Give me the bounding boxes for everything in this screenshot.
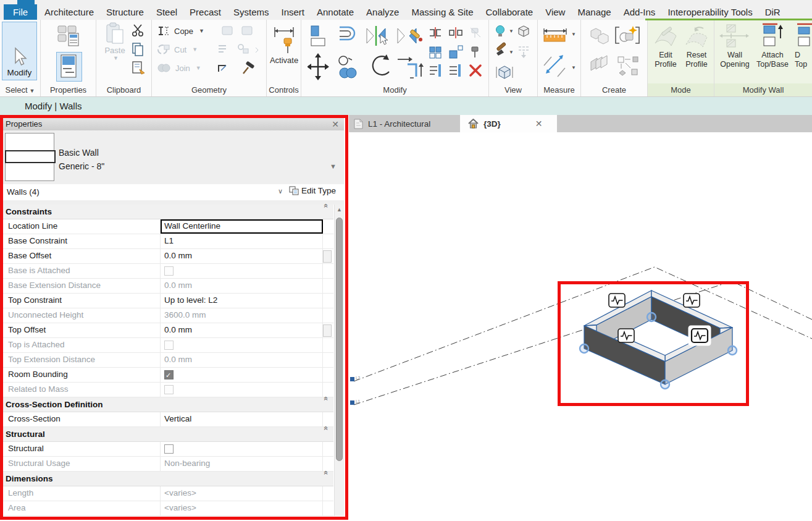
application-icon[interactable] <box>17 0 35 4</box>
view-tab-3d[interactable]: {3D} ✕ <box>460 115 557 132</box>
scrollbar[interactable]: ▲ <box>334 205 344 516</box>
menu-tab-collaborate[interactable]: Collaborate <box>485 7 533 17</box>
menu-tab-annotate[interactable]: Annotate <box>317 7 354 17</box>
menu-tab-architecture[interactable]: Architecture <box>44 7 94 17</box>
select-dropdown[interactable]: Select▼ <box>0 85 40 95</box>
split-gap-icon[interactable] <box>450 27 462 38</box>
property-value[interactable]: Vertical <box>161 412 323 426</box>
drawing-canvas-3d-view[interactable]: L2 L1 <box>349 132 812 521</box>
create-parts-icon[interactable] <box>618 57 638 75</box>
split-icon[interactable] <box>430 27 441 38</box>
move-icon[interactable] <box>308 53 329 80</box>
menu-tab-add-ins[interactable]: Add-Ins <box>624 7 656 17</box>
close-icon[interactable]: ✕ <box>535 119 543 129</box>
menu-tab-steel[interactable]: Steel <box>156 7 177 17</box>
align-icon[interactable] <box>311 26 325 46</box>
menu-tab-systems[interactable]: Systems <box>233 7 269 17</box>
copy-button[interactable] <box>131 42 144 57</box>
pin-icon[interactable] <box>472 47 478 57</box>
trim-extend-icon[interactable] <box>398 57 424 78</box>
drag-handle[interactable] <box>661 380 669 389</box>
type-properties-button[interactable] <box>54 22 83 49</box>
chevron-down-icon[interactable]: ▼ <box>330 163 337 170</box>
menu-tab-precast[interactable]: Precast <box>190 7 221 17</box>
wall-profile-icon-selected[interactable] <box>689 326 710 345</box>
drag-handle[interactable] <box>647 313 656 321</box>
property-value[interactable] <box>161 368 323 382</box>
wall-profile-icon[interactable] <box>618 329 634 342</box>
offset-icon[interactable] <box>340 27 354 40</box>
properties-title-bar[interactable]: Properties ✕ <box>3 118 344 130</box>
unpin-icon[interactable] <box>471 28 480 38</box>
property-value[interactable] <box>161 442 323 456</box>
cope-button[interactable]: Cope ▼ <box>157 25 204 37</box>
type-selector[interactable]: Basic Wall Generic - 8" ▼ <box>3 130 344 184</box>
property-value[interactable]: 0.0 mm <box>161 323 323 337</box>
checkbox[interactable] <box>164 370 174 379</box>
cut-button[interactable] <box>131 23 144 37</box>
section-header-structural[interactable]: Structural« <box>3 427 333 442</box>
menu-tab-file[interactable]: File <box>4 4 37 20</box>
scroll-up-icon[interactable]: ▲ <box>335 205 344 214</box>
create-assembly-icon[interactable] <box>591 56 607 70</box>
collapse-icon[interactable]: « <box>319 471 333 487</box>
copy-modify-icon[interactable] <box>339 56 356 78</box>
mirror-draw-icon[interactable] <box>398 28 422 43</box>
cut-geometry-button[interactable]: Cut ▼ <box>157 43 198 56</box>
associate-parameter-button[interactable] <box>323 249 333 263</box>
collapse-icon[interactable]: « <box>319 204 333 220</box>
property-value[interactable]: L1 <box>161 234 323 248</box>
collapse-icon[interactable]: « <box>319 426 333 443</box>
scale-icon[interactable] <box>450 46 463 58</box>
mirror-axis-icon[interactable] <box>367 26 388 46</box>
section-header-dimensions[interactable]: Dimensions« <box>3 472 333 486</box>
measure-between-icon[interactable] <box>544 55 565 77</box>
edit-profile-button[interactable]: EditProfile <box>650 22 681 82</box>
lightbulb-icon[interactable] <box>496 26 504 37</box>
delete-icon[interactable] <box>471 66 480 75</box>
property-value[interactable]: 0.0 mm <box>161 249 323 263</box>
modify-button[interactable]: Modify <box>2 22 37 80</box>
join-button[interactable]: Join ▼ <box>157 62 201 74</box>
create-group-icon[interactable] <box>591 28 608 44</box>
property-value[interactable]: Up to level: L2 <box>161 294 323 308</box>
property-value[interactable]: Wall Centerline <box>161 219 323 234</box>
selection-filter[interactable]: Walls (4) <box>7 187 40 197</box>
collapse-icon[interactable]: « <box>319 397 333 413</box>
menu-tab-analyze[interactable]: Analyze <box>366 7 399 17</box>
align-multiple-icon[interactable] <box>430 64 441 77</box>
menu-tab-massing-site[interactable]: Massing & Site <box>411 7 473 17</box>
menu-tab-dir[interactable]: DiR <box>765 7 781 17</box>
scrollbar-thumb[interactable] <box>336 218 343 461</box>
drag-handle[interactable] <box>580 344 588 353</box>
array-icon[interactable] <box>430 47 441 58</box>
section-header-cross-section-definition[interactable]: Cross-Section Definition« <box>3 397 333 412</box>
section-box-icon[interactable] <box>496 66 513 78</box>
wall-profile-icon[interactable] <box>609 294 625 307</box>
activate-dimensions-button[interactable]: Activate <box>267 23 301 65</box>
menu-tab-structure[interactable]: Structure <box>106 7 144 17</box>
rotate-icon[interactable] <box>373 54 389 75</box>
view-tab-l1-architectural[interactable]: L1 - Architectural <box>354 115 456 132</box>
section-header-constraints[interactable]: Constraints« <box>3 205 333 219</box>
wall-opening-button[interactable]: WallOpening <box>718 22 751 82</box>
menu-tab-insert[interactable]: Insert <box>281 7 304 17</box>
checkbox[interactable] <box>164 444 174 454</box>
menu-tab-view[interactable]: View <box>545 7 565 17</box>
edit-type-button[interactable]: Edit Type <box>289 186 336 195</box>
reset-profile-button[interactable]: ResetProfile <box>681 22 712 82</box>
associate-parameter-button[interactable] <box>323 323 333 337</box>
extend-multiple-icon[interactable] <box>450 64 461 77</box>
level-marker-l1[interactable]: L1 <box>350 399 361 405</box>
ruler-icon[interactable] <box>544 28 566 41</box>
wall-profile-icon[interactable] <box>684 294 700 307</box>
attach-top-base-button[interactable]: AttachTop/Base <box>753 22 792 82</box>
paintbrush-icon[interactable] <box>496 42 506 56</box>
hidden-lines-icon[interactable] <box>519 47 529 58</box>
chevron-down-icon[interactable]: ∨ <box>278 187 283 195</box>
properties-palette-button[interactable] <box>56 52 82 82</box>
level-line-l1[interactable] <box>354 281 812 405</box>
drag-handle[interactable] <box>728 346 737 355</box>
create-similar-icon[interactable] <box>616 26 639 43</box>
menu-tab-manage[interactable]: Manage <box>577 7 611 17</box>
